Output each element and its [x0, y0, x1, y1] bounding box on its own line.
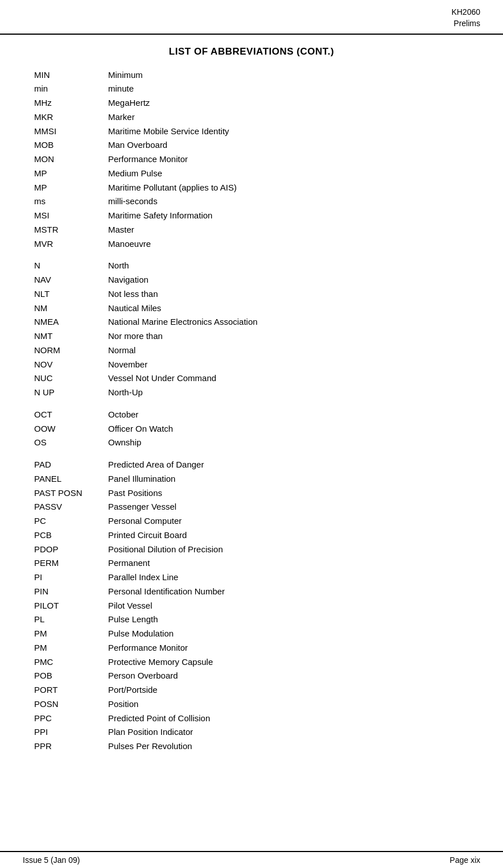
abbrev-code: PL — [34, 613, 108, 627]
abbrev-definition: Maritime Safety Information — [108, 209, 469, 223]
page-container: KH2060 Prelims LIST OF ABBREVIATIONS (CO… — [0, 0, 503, 868]
table-row: MINMinimum — [34, 68, 469, 82]
abbrev-definition: Printed Circuit Board — [108, 528, 469, 542]
table-row: PMPulse Modulation — [34, 627, 469, 641]
abbrev-code: MMSI — [34, 124, 108, 138]
abbrev-code: ms — [34, 195, 108, 209]
abbrev-code: MP — [34, 180, 108, 195]
abbrev-code: PERM — [34, 556, 108, 571]
abbrev-definition: Performance Monitor — [108, 640, 469, 655]
abbrev-definition: Protective Memory Capsule — [108, 655, 469, 669]
table-row: PERMPermanent — [34, 556, 469, 571]
abbrev-definition: Ownship — [108, 436, 469, 450]
table-row: PPCPredicted Point of Collision — [34, 711, 469, 725]
table-row: minminute — [34, 82, 469, 96]
abbrev-definition: Marker — [108, 110, 469, 124]
header-line1: KH2060 — [451, 7, 480, 18]
abbrev-definition: Passenger Vessel — [108, 500, 469, 514]
header-line2: Prelims — [451, 18, 480, 30]
abbrev-definition: Permanent — [108, 556, 469, 571]
abbrev-code: NM — [34, 301, 108, 315]
abbrev-code: MSTR — [34, 222, 108, 237]
abbrev-definition: Maritime Mobile Service Identity — [108, 124, 469, 138]
abbrev-code: PI — [34, 571, 108, 585]
page-footer: Issue 5 (Jan 09) Page xix — [0, 851, 503, 868]
table-row: PPIPlan Position Indicator — [34, 725, 469, 739]
abbrev-code: MKR — [34, 110, 108, 124]
abbrev-code: NAV — [34, 273, 108, 287]
abbrev-code: PANEL — [34, 472, 108, 486]
abbrev-code: OOW — [34, 421, 108, 436]
table-row: PPRPulses Per Revolution — [34, 739, 469, 754]
table-row: POSNPosition — [34, 697, 469, 711]
table-row: PDOPPositional Dilution of Precision — [34, 542, 469, 556]
abbrev-code: PMC — [34, 655, 108, 669]
table-row: MONPerformance Monitor — [34, 152, 469, 167]
abbrev-definition: North — [108, 259, 469, 273]
table-row — [34, 450, 469, 458]
abbrev-definition: Person Overboard — [108, 669, 469, 683]
table-row: msmilli-seconds — [34, 195, 469, 209]
table-row: NMTNor more than — [34, 329, 469, 344]
table-row: PORTPort/Portside — [34, 683, 469, 697]
abbrev-definition: Performance Monitor — [108, 152, 469, 167]
table-row: PMCProtective Memory Capsule — [34, 655, 469, 669]
table-row: NLTNot less than — [34, 287, 469, 301]
abbrev-definition: Pulse Modulation — [108, 627, 469, 641]
abbrev-code: PPC — [34, 711, 108, 725]
abbrev-code: MP — [34, 166, 108, 180]
abbrev-definition: Pulse Length — [108, 613, 469, 627]
abbrev-definition: Port/Portside — [108, 683, 469, 697]
abbrev-code: PCB — [34, 528, 108, 542]
abbrev-code: NMT — [34, 329, 108, 344]
abbrev-definition: North-Up — [108, 386, 469, 400]
abbrev-definition: Nor more than — [108, 329, 469, 344]
table-row — [34, 399, 469, 407]
abbrev-definition: Master — [108, 222, 469, 237]
abbrev-definition: Minimum — [108, 68, 469, 82]
abbrev-definition: Predicted Point of Collision — [108, 711, 469, 725]
abbrev-definition: Predicted Area of Danger — [108, 458, 469, 472]
abbrev-definition: milli-seconds — [108, 195, 469, 209]
table-row: NORMNormal — [34, 343, 469, 357]
abbrev-code: PAST POSN — [34, 486, 108, 500]
abbrev-code: MVR — [34, 237, 108, 251]
abbrev-definition: November — [108, 357, 469, 371]
abbrev-code: NLT — [34, 287, 108, 301]
table-row: PAST POSNPast Positions — [34, 486, 469, 500]
abbrev-code: PDOP — [34, 542, 108, 556]
abbrev-code: N UP — [34, 386, 108, 400]
abbrev-code: NMEA — [34, 315, 108, 329]
table-row: PMPerformance Monitor — [34, 640, 469, 655]
abbrev-code: MHz — [34, 96, 108, 110]
table-row: PILOTPilot Vessel — [34, 598, 469, 613]
page-title: LIST OF ABBREVIATIONS (CONT.) — [34, 46, 469, 57]
table-row: NOVNovember — [34, 357, 469, 371]
table-row: MSIMaritime Safety Information — [34, 209, 469, 223]
table-row: NNorth — [34, 259, 469, 273]
table-row: MKRMarker — [34, 110, 469, 124]
table-row: PADPredicted Area of Danger — [34, 458, 469, 472]
table-row: MMSIMaritime Mobile Service Identity — [34, 124, 469, 138]
abbrev-code: NORM — [34, 343, 108, 357]
abbrev-definition: Plan Position Indicator — [108, 725, 469, 739]
table-row: OOWOfficer On Watch — [34, 421, 469, 436]
abbrev-code: NUC — [34, 371, 108, 386]
table-row: OCTOctober — [34, 407, 469, 421]
abbrev-definition: Maritime Pollutant (applies to AIS) — [108, 180, 469, 195]
abbrev-definition: Past Positions — [108, 486, 469, 500]
abbrev-code: OS — [34, 436, 108, 450]
abbrev-definition: Pulses Per Revolution — [108, 739, 469, 754]
abbrev-definition: Normal — [108, 343, 469, 357]
abbrev-definition: Position — [108, 697, 469, 711]
table-row: NUCVessel Not Under Command — [34, 371, 469, 386]
abbrev-definition: Parallel Index Line — [108, 571, 469, 585]
abbrev-code: MIN — [34, 68, 108, 82]
abbrev-code: PPR — [34, 739, 108, 754]
abbrev-code: MON — [34, 152, 108, 167]
abbrev-definition: Personal Computer — [108, 514, 469, 528]
abbrev-definition: Medium Pulse — [108, 166, 469, 180]
abbrev-code: PILOT — [34, 598, 108, 613]
abbrev-code: PIN — [34, 584, 108, 598]
table-row: PANELPanel Illumination — [34, 472, 469, 486]
